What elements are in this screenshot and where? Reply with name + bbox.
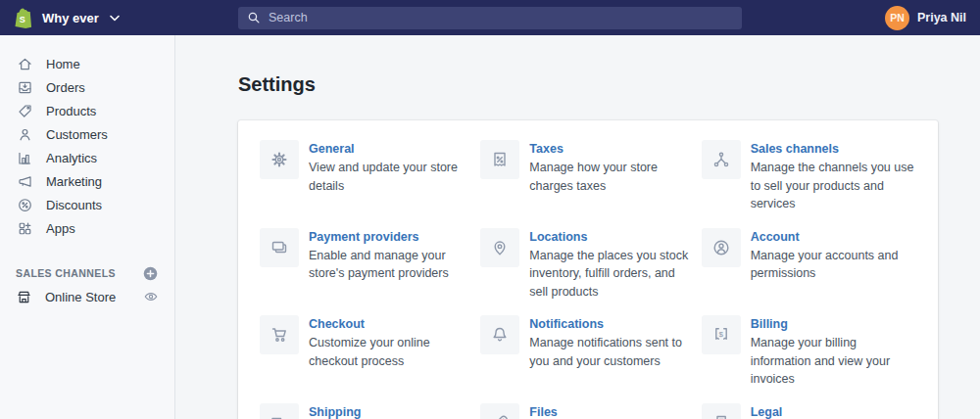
user-name: Priya Nil — [917, 11, 966, 24]
setting-legal[interactable]: LegalManage your store's legal pages — [702, 403, 916, 419]
sidebar-item-marketing[interactable]: Marketing — [0, 169, 174, 193]
sidebar-item-label: Orders — [46, 80, 85, 95]
setting-desc: Manage your accounts and permissions — [751, 249, 899, 281]
setting-link[interactable]: Taxes — [529, 141, 695, 157]
plus-circle-icon[interactable] — [142, 265, 159, 282]
setting-notifications[interactable]: NotificationsManage notifications sent t… — [480, 315, 695, 388]
setting-desc: Manage your billing information and view… — [751, 336, 890, 386]
sidebar-item-label: Customers — [46, 127, 108, 142]
setting-link[interactable]: Notifications — [529, 316, 695, 332]
chevron-down-icon — [110, 15, 120, 22]
avatar: PN — [885, 6, 909, 30]
sidebar-item-label: Online Store — [45, 290, 116, 304]
paperclip-icon — [480, 403, 519, 419]
setting-link[interactable]: Locations — [529, 229, 695, 245]
account-circle-icon — [702, 228, 741, 267]
payment-cards-icon — [260, 228, 299, 267]
scroll-icon — [702, 403, 741, 419]
sales-channels-label: SALES CHANNELS — [16, 267, 116, 279]
sidebar-item-orders[interactable]: Orders — [0, 75, 174, 99]
setting-link[interactable]: Payment providers — [309, 229, 474, 245]
megaphone-icon — [16, 172, 33, 190]
setting-payment-providers[interactable]: Payment providersEnable and manage your … — [260, 228, 474, 301]
setting-desc: Customize your online checkout process — [309, 336, 430, 368]
orders-inbox-icon — [16, 78, 33, 96]
main-content: Settings GeneralView and update your sto… — [175, 35, 980, 419]
setting-checkout[interactable]: CheckoutCustomize your online checkout p… — [260, 315, 474, 388]
setting-locations[interactable]: LocationsManage the places you stock inv… — [480, 228, 695, 301]
setting-link[interactable]: Account — [751, 229, 916, 245]
setting-link[interactable]: Checkout — [309, 316, 474, 332]
gear-icon — [260, 140, 299, 179]
setting-desc: Enable and manage your store's payment p… — [309, 249, 449, 281]
cart-icon — [260, 315, 299, 354]
setting-link[interactable]: Legal — [751, 404, 916, 419]
setting-account[interactable]: AccountManage your accounts and permissi… — [702, 228, 916, 301]
person-icon — [16, 125, 33, 143]
sidebar-item-analytics[interactable]: Analytics — [0, 146, 174, 169]
settings-grid: GeneralView and update your store detail… — [260, 140, 916, 419]
sidebar-item-label: Marketing — [46, 174, 102, 189]
bell-icon — [480, 315, 519, 354]
store-name: Why ever — [42, 11, 99, 25]
setting-link[interactable]: Billing — [751, 316, 916, 332]
setting-billing[interactable]: $ BillingManage your billing information… — [702, 315, 916, 388]
topbar: S Why ever PN Priya Nil — [0, 0, 980, 35]
setting-link[interactable]: Shipping — [309, 404, 474, 419]
sidebar: Home Orders Products Customers Analytics — [0, 35, 175, 419]
svg-text:S: S — [20, 14, 25, 23]
setting-taxes[interactable]: TaxesManage how your store charges taxes — [480, 140, 695, 212]
tax-receipt-icon — [480, 140, 519, 179]
setting-files[interactable]: FilesUpload images, videos, and document… — [480, 403, 695, 419]
setting-link[interactable]: Sales channels — [751, 141, 916, 157]
sidebar-item-customers[interactable]: Customers — [0, 122, 174, 146]
setting-desc: Manage the channels you use to sell your… — [751, 161, 914, 210]
sidebar-item-apps[interactable]: Apps — [0, 216, 174, 240]
sidebar-item-label: Discounts — [46, 198, 102, 212]
setting-link[interactable]: Files — [529, 404, 695, 419]
home-icon — [16, 55, 33, 72]
apps-grid-icon — [16, 219, 33, 237]
bar-chart-icon — [16, 149, 33, 166]
sales-channels-heading: SALES CHANNELS — [0, 262, 174, 284]
sidebar-item-label: Home — [46, 57, 80, 71]
setting-sales-channels[interactable]: Sales channelsManage the channels you us… — [702, 140, 916, 212]
search-bar[interactable] — [238, 7, 742, 29]
location-pin-icon — [480, 228, 519, 267]
user-menu[interactable]: PN Priya Nil — [885, 6, 980, 30]
setting-desc: Manage how your store charges taxes — [529, 161, 658, 193]
sidebar-item-label: Products — [46, 104, 96, 118]
page-title: Settings — [238, 73, 938, 96]
tag-icon — [16, 102, 33, 119]
setting-desc: Manage notifications sent to you and you… — [529, 336, 682, 368]
settings-card: GeneralView and update your store detail… — [238, 120, 938, 419]
setting-desc: Manage the places you stock inventory, f… — [529, 249, 688, 299]
setting-link[interactable]: General — [309, 141, 474, 157]
shopify-logo-icon: S — [13, 7, 33, 29]
storefront-icon — [16, 289, 32, 305]
svg-text:$: $ — [718, 330, 723, 339]
search-icon — [247, 11, 261, 24]
setting-desc: View and update your store details — [309, 161, 458, 193]
sidebar-item-label: Analytics — [46, 151, 97, 165]
sidebar-item-products[interactable]: Products — [0, 99, 174, 122]
billing-receipt-icon: $ — [702, 315, 741, 354]
search-input[interactable] — [269, 11, 733, 24]
sidebar-item-label: Apps — [46, 221, 75, 236]
store-switcher[interactable]: S Why ever — [0, 7, 175, 29]
sidebar-item-home[interactable]: Home — [0, 52, 174, 75]
sidebar-item-discounts[interactable]: Discounts — [0, 193, 174, 216]
setting-general[interactable]: GeneralView and update your store detail… — [260, 140, 474, 212]
network-nodes-icon — [702, 140, 741, 179]
eye-icon[interactable] — [143, 289, 159, 304]
truck-icon — [260, 403, 299, 419]
percent-badge-icon — [16, 196, 33, 213]
setting-shipping[interactable]: ShippingManage how you ship orders to cu… — [260, 403, 474, 419]
sidebar-item-online-store[interactable]: Online Store — [0, 284, 174, 309]
